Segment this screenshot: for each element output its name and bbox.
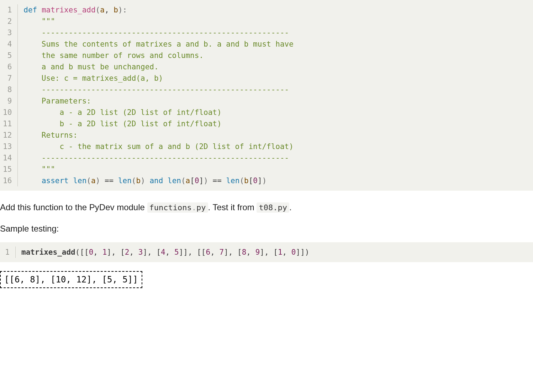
line-num: 8 xyxy=(3,84,12,95)
num: 8 xyxy=(242,248,247,256)
mod-name: functions xyxy=(149,203,192,212)
instruction-mid: . Test it from xyxy=(208,202,257,212)
param-a: a xyxy=(100,6,105,14)
docstring-line: a and b must be unchanged. xyxy=(23,63,158,71)
docstring-close: """ xyxy=(23,165,55,174)
line-num: 11 xyxy=(3,118,12,129)
num: 1 xyxy=(102,248,107,256)
bracket: [[ xyxy=(80,248,89,256)
comma: , xyxy=(105,6,114,14)
num: 2 xyxy=(125,248,130,256)
line-num: 2 xyxy=(3,16,12,27)
bracket: ]]) xyxy=(296,248,310,256)
line-num: 7 xyxy=(3,73,12,84)
num: 5 xyxy=(174,248,179,256)
builtin-len: len xyxy=(73,176,86,185)
num: 7 xyxy=(219,248,224,256)
num: 0 xyxy=(89,248,94,256)
builtin-len: len xyxy=(226,176,239,185)
paren: ( xyxy=(181,176,186,185)
keyword-assert: assert xyxy=(42,176,69,185)
function-name: matrixes_add xyxy=(42,6,96,14)
docstring-line: Parameters: xyxy=(23,97,91,105)
paren: ) xyxy=(141,176,145,185)
param-b: b xyxy=(114,6,118,14)
docstring-line: ----------------------------------------… xyxy=(23,154,289,162)
line-num: 14 xyxy=(3,152,12,164)
instruction-pre: Add this function to the PyDev module xyxy=(0,202,147,212)
paren: ) xyxy=(204,176,208,185)
line-num: 1 xyxy=(3,4,12,16)
paren: ) xyxy=(96,176,100,185)
num: 1 xyxy=(278,248,283,256)
comma: , xyxy=(130,248,138,256)
mod-ext: py xyxy=(196,203,206,212)
output-result: [[6, 8], [10, 12], [5, 5]] xyxy=(0,271,142,288)
inline-code-functions: functions.py xyxy=(147,202,208,213)
docstring-line: Returns: xyxy=(23,131,78,139)
keyword-and: and xyxy=(145,176,168,185)
var-a: a xyxy=(91,176,96,185)
bracket: ], [ xyxy=(260,248,278,256)
paren: ( xyxy=(75,248,80,256)
bracket: ], [ xyxy=(224,248,242,256)
num: 6 xyxy=(206,248,211,256)
bracket: ]], [[ xyxy=(179,248,206,256)
num: 4 xyxy=(161,248,165,256)
line-num: 16 xyxy=(3,175,12,186)
comma: , xyxy=(283,248,291,256)
num-zero: 0 xyxy=(195,176,199,185)
paren-close: ): xyxy=(118,6,127,14)
num: 0 xyxy=(291,248,296,256)
line-num: 6 xyxy=(3,61,12,73)
var-a: a xyxy=(186,176,190,185)
docstring-line: ----------------------------------------… xyxy=(23,28,289,37)
var-b: b xyxy=(136,176,141,185)
paren: ( xyxy=(96,6,100,14)
bracket: ], [ xyxy=(143,248,161,256)
comma: , xyxy=(93,248,102,256)
line-gutter: 1 2 3 4 5 6 7 8 9 10 11 12 13 14 15 16 xyxy=(0,4,18,186)
instruction-text: Add this function to the PyDev module fu… xyxy=(0,201,533,213)
bracket: ] xyxy=(199,176,204,185)
builtin-len: len xyxy=(118,176,132,185)
line-num: 15 xyxy=(3,164,12,175)
docstring-line: a - a 2D list (2D list of int/float) xyxy=(23,108,221,117)
docstring-line: the same number of rows and columns. xyxy=(23,51,204,60)
code-content: def matrixes_add(a, b): """ ------------… xyxy=(18,4,533,186)
line-num: 3 xyxy=(3,27,12,38)
bracket: [ xyxy=(249,176,253,185)
paren: ( xyxy=(132,176,136,185)
line-num: 12 xyxy=(3,129,12,141)
num-zero: 0 xyxy=(253,176,258,185)
bracket: ] xyxy=(258,176,262,185)
instruction-post: . xyxy=(289,202,292,212)
line-num: 10 xyxy=(3,107,12,118)
line-num: 4 xyxy=(3,38,12,50)
paren: ( xyxy=(239,176,244,185)
line-num: 5 xyxy=(3,50,12,61)
code-block-1: 1 2 3 4 5 6 7 8 9 10 11 12 13 14 15 16 d… xyxy=(0,0,533,191)
num: 9 xyxy=(255,248,260,256)
docstring-line: Sums the contents of matrixes a and b. a… xyxy=(23,40,294,48)
line-num: 13 xyxy=(3,141,12,152)
bracket: ], [ xyxy=(107,248,125,256)
code-content-2: matrixes_add([[0, 1], [2, 3], [4, 5]], [… xyxy=(16,247,533,258)
docstring-open: """ xyxy=(23,17,55,26)
code-block-2: 1 matrixes_add([[0, 1], [2, 3], [4, 5]],… xyxy=(0,242,533,262)
comma: , xyxy=(210,248,219,256)
sample-testing-label: Sample testing: xyxy=(0,222,533,235)
var-b: b xyxy=(244,176,249,185)
dot: . xyxy=(192,203,196,212)
docstring-line: b - a 2D list (2D list of int/float) xyxy=(23,120,221,128)
docstring-line: ----------------------------------------… xyxy=(23,85,289,94)
num: 3 xyxy=(138,248,143,256)
bracket: [ xyxy=(190,176,195,185)
line-gutter-2: 1 xyxy=(0,247,16,258)
op-eq: == xyxy=(100,176,118,185)
fn-call: matrixes_add xyxy=(21,248,75,256)
op-eq: == xyxy=(208,176,226,185)
paren: ) xyxy=(262,176,267,185)
keyword-def: def xyxy=(23,6,37,14)
inline-code-t08: t08.py xyxy=(257,202,289,213)
